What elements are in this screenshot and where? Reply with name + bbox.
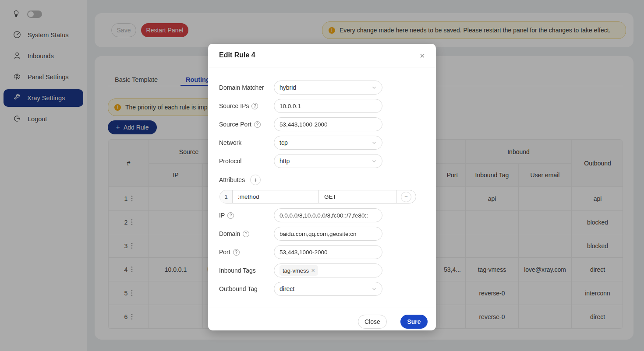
attribute-remove-wrap: − bbox=[396, 190, 416, 203]
domain-input[interactable] bbox=[280, 231, 377, 237]
field-domain-matcher: Domain Matcher hybrid bbox=[219, 81, 382, 95]
help-icon[interactable]: ? bbox=[243, 231, 249, 237]
remove-attribute-button[interactable]: − bbox=[401, 192, 411, 202]
attribute-index: 1 bbox=[220, 190, 233, 203]
attribute-row: 1 − bbox=[219, 190, 416, 204]
field-label: Network bbox=[219, 139, 241, 146]
source-ips-input-wrap bbox=[274, 99, 382, 113]
source-ips-input[interactable] bbox=[280, 103, 377, 109]
help-icon[interactable]: ? bbox=[251, 103, 258, 109]
field-port: Port? bbox=[219, 245, 382, 259]
close-icon[interactable]: ✕ bbox=[418, 51, 427, 61]
field-domain: Domain? bbox=[219, 227, 382, 241]
outbound-tag-select[interactable]: direct bbox=[274, 282, 382, 296]
chevron-down-icon bbox=[372, 85, 377, 90]
inbound-tags-input[interactable]: tag-vmess ✕ bbox=[274, 263, 382, 277]
field-label: Source Port bbox=[219, 121, 251, 128]
modal-header: Edit Rule 4 ✕ bbox=[208, 44, 436, 67]
field-ip: IP? bbox=[219, 208, 382, 222]
port-input[interactable] bbox=[280, 249, 377, 256]
field-source-ips: Source IPs? bbox=[219, 99, 382, 113]
attribute-key-wrap bbox=[233, 190, 319, 203]
field-inbound-tags: Inbound Tags tag-vmess ✕ bbox=[219, 263, 382, 277]
field-label: Inbound Tags bbox=[219, 267, 256, 274]
modal-footer: Close Sure bbox=[208, 308, 436, 330]
help-icon[interactable]: ? bbox=[254, 121, 261, 128]
modal-sure-button[interactable]: Sure bbox=[400, 315, 428, 329]
field-label: Protocol bbox=[219, 158, 241, 165]
help-icon[interactable]: ? bbox=[227, 212, 234, 219]
source-port-input-wrap bbox=[274, 117, 382, 131]
ip-input-wrap bbox=[274, 208, 382, 222]
edit-rule-modal: Edit Rule 4 ✕ Domain Matcher hybrid Sour… bbox=[208, 44, 436, 330]
field-outbound-tag: Outbound Tag direct bbox=[219, 282, 382, 296]
attribute-key-input[interactable] bbox=[238, 193, 313, 200]
field-label: Domain bbox=[219, 230, 240, 237]
field-label: IP bbox=[219, 212, 225, 219]
domain-input-wrap bbox=[274, 227, 382, 241]
tag-chip-label: tag-vmess bbox=[283, 267, 309, 274]
port-input-wrap bbox=[274, 245, 382, 259]
field-network: Network tcp bbox=[219, 136, 382, 150]
chevron-down-icon bbox=[372, 140, 377, 145]
field-label: Port bbox=[219, 249, 230, 256]
source-port-input[interactable] bbox=[280, 121, 377, 128]
field-attributes: Attributes + bbox=[219, 173, 261, 187]
field-label: Attributes bbox=[219, 176, 245, 183]
ip-input[interactable] bbox=[280, 212, 377, 219]
help-icon[interactable]: ? bbox=[233, 249, 240, 256]
field-label: Domain Matcher bbox=[219, 84, 264, 91]
field-label: Source IPs bbox=[219, 102, 249, 109]
attribute-value-input[interactable] bbox=[324, 193, 391, 200]
modal-close-button[interactable]: Close bbox=[358, 315, 387, 329]
field-source-port: Source Port? bbox=[219, 117, 382, 131]
field-protocol: Protocol http bbox=[219, 154, 382, 168]
remove-tag-icon[interactable]: ✕ bbox=[311, 268, 315, 274]
chevron-down-icon bbox=[372, 158, 377, 164]
modal-title: Edit Rule 4 bbox=[219, 51, 255, 59]
network-select[interactable]: tcp bbox=[274, 136, 382, 150]
protocol-select[interactable]: http bbox=[274, 154, 382, 168]
domain-matcher-select[interactable]: hybrid bbox=[274, 81, 382, 95]
attribute-value-wrap bbox=[319, 190, 396, 203]
field-label: Outbound Tag bbox=[219, 285, 258, 292]
tag-chip: tag-vmess ✕ bbox=[280, 265, 318, 276]
add-attribute-button[interactable]: + bbox=[250, 175, 261, 185]
chevron-down-icon bbox=[372, 286, 377, 291]
